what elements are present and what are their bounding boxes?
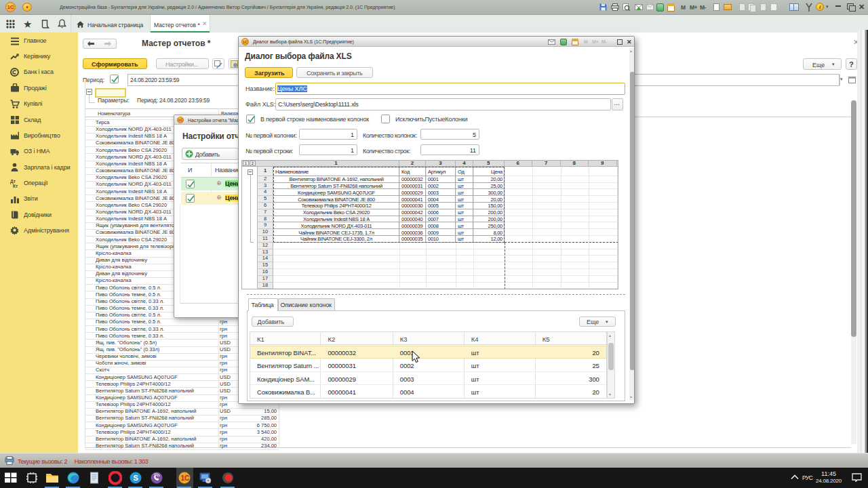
svg-text:Кт: Кт	[13, 184, 18, 188]
svg-text:1C: 1C	[181, 474, 190, 482]
svg-text:S: S	[134, 474, 138, 482]
